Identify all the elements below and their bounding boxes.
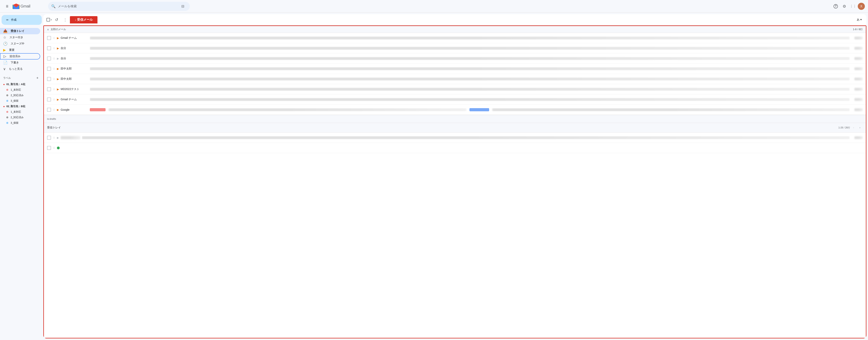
email-star-4[interactable]: ☆	[53, 67, 55, 70]
inbox-email-checkbox-1[interactable]	[47, 136, 51, 140]
label-dot-01-a-2	[6, 94, 8, 96]
label-group-01-a-dot: ●	[3, 83, 5, 86]
inbox-email-row-1[interactable]: ☆ ▶ xxxxxxxx xxxxxxxxxxxxxxxxxxxxxxxxxxx…	[44, 132, 866, 143]
email-preview-4: xxxxxxxxxxxxxxxxxxxxxxxxxxxxxxxxxxxxxxxx…	[90, 67, 850, 70]
app-body: ✏ 作成 📥 受信トレイ ☆ スター付き 🕐 スヌーズ中 ▶ 重要 ▷ 送信済み…	[0, 12, 868, 340]
prev-page-button[interactable]: ‹	[851, 125, 857, 130]
email-label-icon-4: ▶	[57, 67, 59, 70]
email-checkbox-1[interactable]	[47, 36, 51, 40]
email-checkbox-5[interactable]	[47, 77, 51, 81]
email-preview-3: xxxxxxxxxxxxxx	[90, 57, 850, 60]
search-filter-button[interactable]: ⊟	[179, 2, 187, 10]
email-star-1[interactable]: ☆	[53, 36, 55, 40]
taro-email-section: ∧ 太郎のメール 1-8 / 8行 ☆ ▶ Gmail チーム xxxxxxxx…	[44, 26, 866, 115]
sidebar-item-sent[interactable]: ▷ 送信済み	[0, 53, 40, 60]
email-star-2[interactable]: ☆	[53, 46, 55, 50]
taro-section-header-left: ∧ 太郎のメール	[47, 28, 66, 31]
email-star-7[interactable]: ☆	[53, 97, 55, 101]
email-checkbox-7[interactable]	[47, 97, 51, 101]
label-item-02-b-2[interactable]: 2_対応済み	[0, 115, 40, 120]
add-label-button[interactable]: +	[35, 75, 40, 81]
email-checkbox-6[interactable]	[47, 87, 51, 91]
email-sender-3: 自分	[61, 57, 88, 60]
label-group-02-b-text: 02_取引先：B社	[6, 104, 25, 108]
email-star-6[interactable]: ☆	[53, 87, 55, 91]
email-star-8[interactable]: ☆	[53, 108, 55, 112]
inbox-email-star-2[interactable]: ☆	[53, 146, 55, 150]
sidebar-item-important[interactable]: ▶ 重要	[0, 47, 40, 53]
label-item-01-a-1[interactable]: 1_未対応	[0, 87, 40, 93]
inbox-email-date-1: xxxxxxx	[855, 136, 863, 139]
apps-button[interactable]: ⋮⋮	[849, 2, 857, 10]
email-row-7[interactable]: ☆ ▶ Gmail チーム xxxxxxxxxxxxxxxxxxxxxxxxxx…	[44, 94, 866, 104]
help-button[interactable]: ?	[832, 2, 840, 10]
label-text-02-b-3: 3_保留	[11, 121, 19, 125]
email-sender-5: 田中太郎	[61, 77, 88, 81]
label-dot-02-b-3	[6, 122, 8, 124]
more-options-button[interactable]: ⋮	[61, 16, 69, 24]
label-item-01-a-3[interactable]: 3_保留	[0, 98, 40, 103]
search-input[interactable]	[58, 4, 177, 8]
email-content-5: xxxxxxxxxxxxxxxxxxxxxxxxxxxxxxxxxxxxxxxx…	[90, 78, 850, 81]
email-checkbox-8[interactable]	[47, 108, 51, 112]
email-star-5[interactable]: ☆	[53, 77, 55, 81]
email-date-1: xxxxxxx	[855, 37, 863, 39]
main-content: ▾ ↺ ⋮ ↓ 受信メール あ ▾	[43, 14, 866, 338]
sidebar-item-snoozed[interactable]: 🕐 スヌーズ中	[0, 40, 40, 47]
email-row-2[interactable]: ☆ ▶ 自分 xxxxxxxxxxxxxx xxxxxxx	[44, 43, 866, 53]
label-text-01-a-3: 3_保留	[11, 99, 19, 103]
label-item-02-b-1[interactable]: 1_未対応	[0, 109, 40, 115]
inbox-email-star-1[interactable]: ☆	[53, 136, 55, 140]
settings-button[interactable]: ⚙	[840, 2, 848, 10]
label-text-01-a-1: 1_未対応	[11, 88, 21, 92]
email-row-1[interactable]: ☆ ▶ Gmail チーム xxxxxxxxxxxxxxxxxxxxxxxxxx…	[44, 33, 866, 43]
email-checkbox-4[interactable]	[47, 67, 51, 71]
user-filter-button[interactable]: あ ▾	[855, 17, 863, 22]
email-checkbox-3[interactable]	[47, 57, 51, 60]
email-date-7: xxxxxxx	[855, 98, 863, 101]
label-dot-02-b-2	[6, 116, 8, 118]
select-all-checkbox[interactable]	[46, 18, 50, 22]
avatar[interactable]: 太	[858, 3, 865, 10]
hamburger-menu-button[interactable]: ☰	[3, 2, 11, 10]
inbox-tab[interactable]: ↓ 受信メール	[70, 16, 97, 24]
sidebar: ✏ 作成 📥 受信トレイ ☆ スター付き 🕐 スヌーズ中 ▶ 重要 ▷ 送信済み…	[0, 12, 43, 340]
taro-section-count: 1-8 / 8行	[853, 28, 863, 31]
gmail-m-icon	[12, 4, 20, 9]
sidebar-item-more[interactable]: ∨ もっと見る	[0, 66, 40, 72]
email-row-8[interactable]: ☆ ▶ Google xxxxxxxxxxxxxxxxx xxxxxxxxxxx…	[44, 104, 866, 115]
compose-button[interactable]: ✏ 作成	[2, 15, 42, 25]
email-star-3[interactable]: ☆	[53, 57, 55, 60]
taro-collapse-icon[interactable]: ∧	[47, 28, 49, 31]
label-group-01-a[interactable]: ● 01_取引先：A社	[0, 82, 43, 87]
refresh-icon: ↺	[55, 17, 58, 22]
drafts-label: is:drafts	[47, 117, 56, 120]
email-row-5[interactable]: ☆ ▶ 田中太郎 xxxxxxxxxxxxxxxxxxxxxxxxxxxxxxx…	[44, 74, 866, 84]
inbox-section-count: 1-26 / 26行	[838, 126, 850, 129]
email-label-icon-5: ▶	[57, 78, 59, 81]
gmail-logo: Gmail	[12, 4, 30, 9]
hamburger-icon: ☰	[6, 5, 8, 8]
email-row-3[interactable]: ☆ ▶ 自分 xxxxxxxxxxxxxx xxxxxxx	[44, 53, 866, 64]
inbox-email-row-2[interactable]: ☆	[44, 143, 866, 153]
email-checkbox-2[interactable]	[47, 46, 51, 50]
sidebar-item-starred[interactable]: ☆ スター付き	[0, 34, 40, 40]
label-item-02-b-3[interactable]: 3_保留	[0, 120, 40, 126]
select-all-row: ▾	[46, 18, 52, 22]
more-vert-icon: ⋮	[63, 17, 67, 22]
apps-icon: ⋮⋮	[850, 4, 856, 8]
select-dropdown-arrow[interactable]: ▾	[51, 19, 52, 21]
help-icon: ?	[834, 4, 838, 8]
label-item-01-a-2[interactable]: 2_対応済み	[0, 93, 40, 98]
sidebar-item-inbox[interactable]: 📥 受信トレイ	[0, 28, 40, 34]
sidebar-item-label-inbox: 受信トレイ	[11, 29, 24, 33]
next-page-button[interactable]: ›	[857, 125, 863, 130]
sidebar-item-drafts[interactable]: 📄 下書き	[0, 60, 40, 66]
inbox-icon: 📥	[3, 29, 7, 33]
refresh-button[interactable]: ↺	[53, 16, 60, 24]
email-row-4[interactable]: ☆ ▶ 田中太郎 xxxxxxxxxxxxxxxxxxxxxxxxxxxxxxx…	[44, 64, 866, 74]
email-row-6[interactable]: ☆ ▶ MD2022テスト xxxxxxxxxxxxxxxxxxxxxxxxxx…	[44, 84, 866, 94]
email-sender-6: MD2022テスト	[61, 88, 88, 91]
label-group-02-b[interactable]: ● 02_取引先：B社	[0, 103, 43, 109]
inbox-email-checkbox-2[interactable]	[47, 146, 51, 150]
